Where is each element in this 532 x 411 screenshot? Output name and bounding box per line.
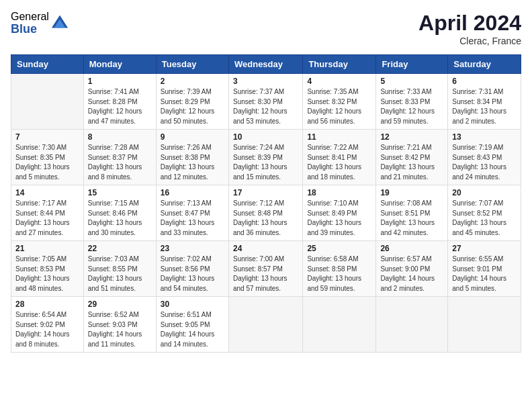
day-number: 15	[88, 188, 152, 197]
calendar-cell: 18Sunrise: 7:10 AM Sunset: 8:49 PM Dayli…	[303, 185, 376, 241]
day-number: 22	[88, 244, 152, 253]
calendar-cell	[303, 297, 376, 353]
calendar-cell: 2Sunrise: 7:39 AM Sunset: 8:29 PM Daylig…	[156, 74, 228, 130]
logo-general: General	[11, 11, 49, 23]
day-number: 7	[15, 132, 79, 142]
day-number: 29	[88, 300, 152, 309]
calendar-cell: 1Sunrise: 7:41 AM Sunset: 8:28 PM Daylig…	[83, 74, 156, 130]
day-number: 20	[452, 188, 517, 197]
calendar-cell: 21Sunrise: 7:05 AM Sunset: 8:53 PM Dayli…	[11, 241, 84, 297]
day-number: 23	[161, 244, 224, 253]
day-number: 1	[88, 77, 152, 86]
location: Clerac, France	[418, 36, 521, 46]
day-number: 14	[15, 188, 79, 197]
calendar-cell: 10Sunrise: 7:24 AM Sunset: 8:39 PM Dayli…	[228, 130, 302, 185]
month-title: April 2024	[418, 11, 521, 36]
day-info: Sunrise: 7:37 AM Sunset: 8:30 PM Dayligh…	[233, 87, 298, 126]
day-number: 10	[233, 132, 298, 142]
col-header-saturday: Saturday	[448, 55, 521, 74]
day-info: Sunrise: 6:51 AM Sunset: 9:05 PM Dayligh…	[161, 310, 224, 349]
calendar-cell: 28Sunrise: 6:54 AM Sunset: 9:02 PM Dayli…	[11, 297, 84, 353]
calendar-header-row: SundayMondayTuesdayWednesdayThursdayFrid…	[11, 55, 521, 74]
logo: General Blue	[11, 11, 69, 36]
day-number: 11	[307, 132, 371, 142]
calendar-cell: 23Sunrise: 7:02 AM Sunset: 8:56 PM Dayli…	[156, 241, 228, 297]
day-info: Sunrise: 7:19 AM Sunset: 8:43 PM Dayligh…	[452, 143, 517, 182]
calendar-cell: 17Sunrise: 7:12 AM Sunset: 8:48 PM Dayli…	[228, 185, 302, 241]
day-number: 17	[233, 188, 298, 197]
calendar-week-row: 7Sunrise: 7:30 AM Sunset: 8:35 PM Daylig…	[11, 130, 521, 185]
calendar-cell: 9Sunrise: 7:26 AM Sunset: 8:38 PM Daylig…	[156, 130, 228, 185]
col-header-thursday: Thursday	[303, 55, 376, 74]
day-info: Sunrise: 7:10 AM Sunset: 8:49 PM Dayligh…	[307, 199, 371, 238]
calendar-cell: 20Sunrise: 7:07 AM Sunset: 8:52 PM Dayli…	[448, 185, 521, 241]
calendar-cell	[376, 297, 448, 353]
calendar-cell: 13Sunrise: 7:19 AM Sunset: 8:43 PM Dayli…	[448, 130, 521, 185]
day-info: Sunrise: 7:12 AM Sunset: 8:48 PM Dayligh…	[233, 199, 298, 238]
calendar-cell: 8Sunrise: 7:28 AM Sunset: 8:37 PM Daylig…	[83, 130, 156, 185]
day-info: Sunrise: 6:57 AM Sunset: 9:00 PM Dayligh…	[380, 255, 443, 293]
calendar-cell	[11, 74, 84, 130]
calendar-cell: 30Sunrise: 6:51 AM Sunset: 9:05 PM Dayli…	[156, 297, 228, 353]
day-info: Sunrise: 7:41 AM Sunset: 8:28 PM Dayligh…	[88, 87, 152, 126]
calendar-table: SundayMondayTuesdayWednesdayThursdayFrid…	[11, 54, 521, 353]
day-number: 27	[452, 244, 517, 253]
day-number: 24	[233, 244, 298, 253]
col-header-wednesday: Wednesday	[228, 55, 302, 74]
day-info: Sunrise: 7:24 AM Sunset: 8:39 PM Dayligh…	[233, 143, 298, 182]
day-info: Sunrise: 7:33 AM Sunset: 8:33 PM Dayligh…	[380, 87, 443, 126]
day-number: 4	[307, 77, 371, 86]
calendar-cell: 26Sunrise: 6:57 AM Sunset: 9:00 PM Dayli…	[376, 241, 448, 297]
day-number: 5	[380, 77, 443, 86]
calendar-cell: 19Sunrise: 7:08 AM Sunset: 8:51 PM Dayli…	[376, 185, 448, 241]
day-info: Sunrise: 7:02 AM Sunset: 8:56 PM Dayligh…	[161, 255, 224, 293]
calendar-cell: 25Sunrise: 6:58 AM Sunset: 8:58 PM Dayli…	[303, 241, 376, 297]
day-number: 30	[161, 300, 224, 309]
day-info: Sunrise: 6:52 AM Sunset: 9:03 PM Dayligh…	[88, 310, 152, 349]
day-info: Sunrise: 7:39 AM Sunset: 8:29 PM Dayligh…	[161, 87, 224, 126]
day-info: Sunrise: 7:30 AM Sunset: 8:35 PM Dayligh…	[15, 143, 79, 182]
calendar-cell: 12Sunrise: 7:21 AM Sunset: 8:42 PM Dayli…	[376, 130, 448, 185]
day-number: 18	[307, 188, 371, 197]
calendar-cell: 14Sunrise: 7:17 AM Sunset: 8:44 PM Dayli…	[11, 185, 84, 241]
col-header-sunday: Sunday	[11, 55, 84, 74]
calendar-cell: 11Sunrise: 7:22 AM Sunset: 8:41 PM Dayli…	[303, 130, 376, 185]
logo-icon	[50, 14, 69, 33]
day-number: 19	[380, 188, 443, 197]
calendar-cell	[448, 297, 521, 353]
day-info: Sunrise: 6:58 AM Sunset: 8:58 PM Dayligh…	[307, 255, 371, 293]
logo-blue: Blue	[11, 23, 49, 36]
day-number: 12	[380, 132, 443, 142]
day-number: 26	[380, 244, 443, 253]
col-header-friday: Friday	[376, 55, 448, 74]
day-number: 6	[452, 77, 517, 86]
day-info: Sunrise: 7:35 AM Sunset: 8:32 PM Dayligh…	[307, 87, 371, 126]
calendar-cell: 27Sunrise: 6:55 AM Sunset: 9:01 PM Dayli…	[448, 241, 521, 297]
day-number: 2	[161, 77, 224, 86]
col-header-tuesday: Tuesday	[156, 55, 228, 74]
day-info: Sunrise: 7:08 AM Sunset: 8:51 PM Dayligh…	[380, 199, 443, 238]
col-header-monday: Monday	[83, 55, 156, 74]
day-number: 13	[452, 132, 517, 142]
day-info: Sunrise: 7:15 AM Sunset: 8:46 PM Dayligh…	[88, 199, 152, 238]
calendar-cell: 3Sunrise: 7:37 AM Sunset: 8:30 PM Daylig…	[228, 74, 302, 130]
calendar-week-row: 28Sunrise: 6:54 AM Sunset: 9:02 PM Dayli…	[11, 297, 521, 353]
day-info: Sunrise: 7:07 AM Sunset: 8:52 PM Dayligh…	[452, 199, 517, 238]
day-info: Sunrise: 6:54 AM Sunset: 9:02 PM Dayligh…	[15, 310, 79, 349]
day-number: 3	[233, 77, 298, 86]
day-number: 16	[161, 188, 224, 197]
day-info: Sunrise: 7:05 AM Sunset: 8:53 PM Dayligh…	[15, 255, 79, 293]
day-number: 21	[15, 244, 79, 253]
calendar-cell: 6Sunrise: 7:31 AM Sunset: 8:34 PM Daylig…	[448, 74, 521, 130]
day-number: 28	[15, 300, 79, 309]
page-header: General Blue April 2024 Clerac, France	[11, 11, 521, 46]
calendar-cell: 16Sunrise: 7:13 AM Sunset: 8:47 PM Dayli…	[156, 185, 228, 241]
calendar-week-row: 21Sunrise: 7:05 AM Sunset: 8:53 PM Dayli…	[11, 241, 521, 297]
calendar-week-row: 14Sunrise: 7:17 AM Sunset: 8:44 PM Dayli…	[11, 185, 521, 241]
calendar-cell	[228, 297, 302, 353]
calendar-cell: 24Sunrise: 7:00 AM Sunset: 8:57 PM Dayli…	[228, 241, 302, 297]
day-info: Sunrise: 6:55 AM Sunset: 9:01 PM Dayligh…	[452, 255, 517, 293]
calendar-week-row: 1Sunrise: 7:41 AM Sunset: 8:28 PM Daylig…	[11, 74, 521, 130]
calendar-cell: 7Sunrise: 7:30 AM Sunset: 8:35 PM Daylig…	[11, 130, 84, 185]
day-info: Sunrise: 7:00 AM Sunset: 8:57 PM Dayligh…	[233, 255, 298, 293]
